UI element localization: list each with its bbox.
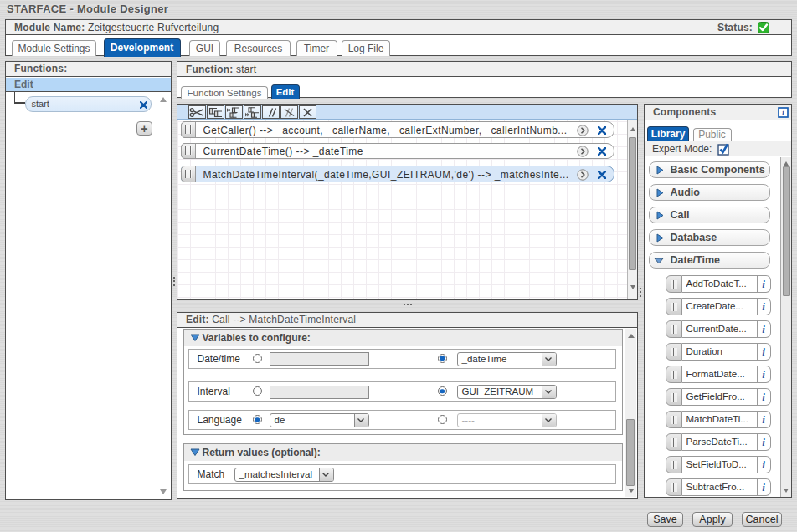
svg-text:i: i (782, 108, 784, 117)
